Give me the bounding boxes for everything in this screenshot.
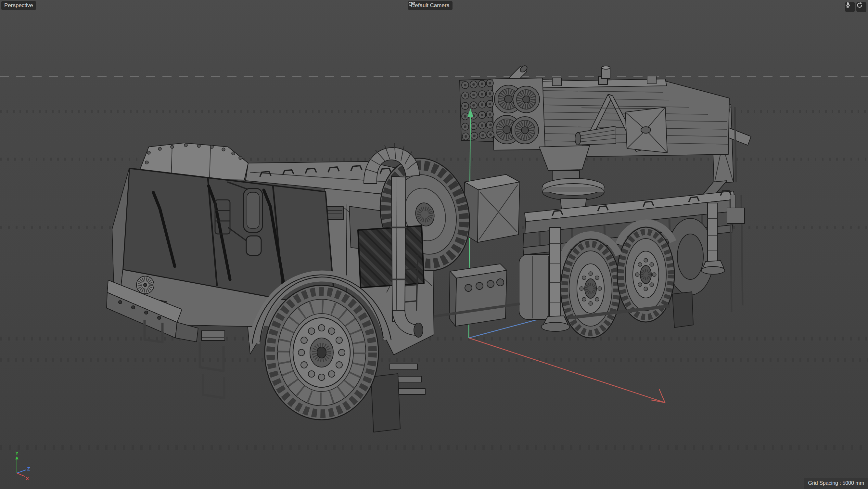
camera-icon	[408, 1, 416, 7]
view-mode-label[interactable]: Perspective	[1, 1, 36, 10]
gizmo-z-label: Z	[27, 466, 30, 471]
front-wheel	[252, 275, 391, 420]
camera-name: Default Camera	[411, 2, 450, 9]
rear-mudflap	[673, 292, 693, 328]
battery-box	[449, 264, 507, 326]
equipment-box	[464, 175, 520, 242]
fold-step	[202, 331, 225, 340]
world-x-axis	[469, 338, 665, 403]
viewport-canvas[interactable]: Y Z X	[0, 0, 868, 489]
gizmo-y-label: Y	[15, 450, 19, 456]
microphone-icon	[845, 2, 851, 8]
gizmo-x-label: X	[26, 476, 29, 481]
diamond-plate-box	[358, 226, 424, 287]
front-emblem	[136, 276, 154, 294]
truck-model	[106, 143, 745, 432]
camera-label[interactable]: Default Camera	[408, 1, 453, 10]
launcher-gusset-plate	[625, 107, 667, 153]
sync-icon	[856, 2, 863, 8]
sync-button[interactable]	[856, 2, 866, 12]
microphone-button[interactable]	[845, 2, 855, 12]
viewport: Y Z X Perspective Default Camera Grid Sp…	[0, 0, 868, 489]
axis-gizmo: Y Z X	[15, 450, 30, 481]
grid-spacing-label: Grid Spacing : 5000 mm	[804, 478, 868, 489]
front-mudflap	[371, 374, 400, 432]
rear-wheel-1	[561, 239, 620, 338]
